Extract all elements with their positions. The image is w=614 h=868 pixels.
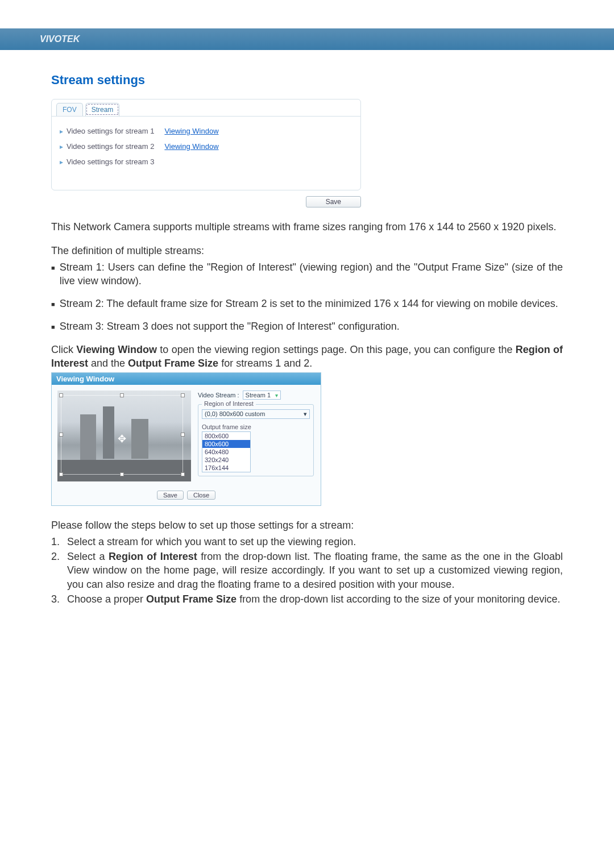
video-stream-label: Video Stream : xyxy=(198,392,239,398)
brand-text: VIVOTEK xyxy=(40,34,80,44)
t: from the drop-down list according to the… xyxy=(237,593,560,605)
stream1-label[interactable]: Video settings for stream 1 xyxy=(67,127,154,135)
tab-fov[interactable]: FOV xyxy=(56,103,83,116)
step-number: 1. xyxy=(51,535,64,549)
output-frame-size-label: Output frame size xyxy=(202,423,310,430)
content-area: Stream settings FOV Stream ▸Video settin… xyxy=(0,50,614,606)
stream-row-2: ▸Video settings for stream 2 Viewing Win… xyxy=(60,142,352,151)
roi-select[interactable]: (0,0) 800x600 custom ▾ xyxy=(202,409,310,419)
t: and the xyxy=(88,358,128,369)
dropdown-arrow-icon: ▾ xyxy=(275,392,278,398)
t: Choose a proper xyxy=(67,593,146,605)
step-3: 3. Choose a proper Output Frame Size fro… xyxy=(51,592,563,606)
ofs-option[interactable]: 640x480 xyxy=(202,448,250,456)
bullet-stream2: ■ Stream 2: The default frame size for S… xyxy=(51,297,563,310)
viewing-window-side: Video Stream : Stream 1 ▾ Region of Inte… xyxy=(198,391,314,481)
roi-legend: Region of Interest xyxy=(202,400,256,407)
roi-bold: Region of Interest xyxy=(109,551,197,562)
ofs-bold: Output Frame Size xyxy=(128,358,218,369)
tab-row: FOV Stream xyxy=(52,99,360,116)
chevron-icon: ▸ xyxy=(60,158,63,166)
step1-text: Select a stream for which you want to se… xyxy=(67,535,563,549)
vw-save-button[interactable]: Save xyxy=(157,491,184,500)
viewing-window-bold: Viewing Window xyxy=(76,344,157,355)
vw-close-button[interactable]: Close xyxy=(187,491,215,500)
t: to open the viewing region settings page… xyxy=(157,344,516,355)
chevron-icon: ▸ xyxy=(60,127,63,135)
step2-text: Select a Region of Interest from the dro… xyxy=(67,550,563,591)
bullet-stream3: ■ Stream 3: Stream 3 does not support th… xyxy=(51,319,563,333)
viewing-window-body: ✥ Video Stream : Stream 1 ▾ Region of In… xyxy=(52,385,321,487)
bullet2-text: Stream 2: The default frame size for Str… xyxy=(60,297,563,310)
tab-stream[interactable]: Stream xyxy=(85,103,120,116)
square-bullet-icon: ■ xyxy=(51,323,55,333)
video-stream-select[interactable]: Stream 1 ▾ xyxy=(243,391,281,400)
settings-panel: FOV Stream ▸Video settings for stream 1 … xyxy=(51,99,361,190)
bullet-stream1: ■ Stream 1: Users can define the "Region… xyxy=(51,260,563,288)
stream2-label[interactable]: Video settings for stream 2 xyxy=(67,142,154,151)
move-cursor-icon: ✥ xyxy=(118,433,126,445)
ofs-option[interactable]: 176x144 xyxy=(202,464,250,472)
viewing-window-link-2[interactable]: Viewing Window xyxy=(164,142,218,151)
square-bullet-icon: ■ xyxy=(51,300,55,310)
save-button[interactable]: Save xyxy=(306,196,361,207)
t: Click xyxy=(51,344,76,355)
viewing-window-link-1[interactable]: Viewing Window xyxy=(164,127,218,135)
bullet3-text: Stream 3: Stream 3 does not support the … xyxy=(60,319,563,333)
ofs-option-selected[interactable]: 800x600 xyxy=(202,440,250,448)
t: Select a xyxy=(67,551,109,562)
stream-row-1: ▸Video settings for stream 1 Viewing Win… xyxy=(60,127,352,135)
viewing-window-title: Viewing Window xyxy=(52,373,321,385)
dropdown-arrow-icon: ▾ xyxy=(304,410,307,418)
viewing-window-screenshot: Viewing Window ✥ Video Stream : Stream 1… xyxy=(51,372,321,506)
step-number: 2. xyxy=(51,550,64,591)
ofs-option[interactable]: 320x240 xyxy=(202,456,250,464)
step-number: 3. xyxy=(51,592,64,606)
roi-floating-frame[interactable]: ✥ xyxy=(61,395,183,475)
roi-fieldset: Region of Interest (0,0) 800x600 custom … xyxy=(198,404,314,476)
t: for streams 1 and 2. xyxy=(218,358,312,369)
chevron-icon: ▸ xyxy=(60,143,63,151)
video-stream-value: Stream 1 xyxy=(246,392,271,398)
steps-intro: Please follow the steps below to set up … xyxy=(51,518,563,532)
intro-paragraph: This Network Camera supports multiple st… xyxy=(51,220,563,234)
panel-body: ▸Video settings for stream 1 Viewing Win… xyxy=(52,116,360,178)
square-bullet-icon: ■ xyxy=(51,264,55,288)
roi-value: (0,0) 800x600 custom xyxy=(205,410,265,418)
header-bar: VIVOTEK xyxy=(0,28,614,50)
step-2: 2. Select a Region of Interest from the … xyxy=(51,550,563,591)
bullet1-text: Stream 1: Users can define the "Region o… xyxy=(60,260,563,288)
viewing-window-footer: Save Close xyxy=(52,487,321,505)
stream3-label[interactable]: Video settings for stream 3 xyxy=(67,157,154,166)
step-1: 1. Select a stream for which you want to… xyxy=(51,535,563,549)
section-title: Stream settings xyxy=(51,73,563,88)
definition-heading: The definition of multiple streams: xyxy=(51,244,563,258)
preview-image[interactable]: ✥ xyxy=(57,391,191,481)
ofs-option[interactable]: 800x600 xyxy=(202,432,250,440)
click-paragraph: Click Viewing Window to open the viewing… xyxy=(51,343,563,371)
ofs-bold: Output Frame Size xyxy=(146,593,237,605)
output-frame-size-select[interactable]: 800x600 800x600 640x480 320x240 176x144 xyxy=(202,431,251,472)
save-row: Save xyxy=(51,196,361,207)
stream-row-3: ▸Video settings for stream 3 xyxy=(60,157,352,166)
step3-text: Choose a proper Output Frame Size from t… xyxy=(67,592,563,606)
